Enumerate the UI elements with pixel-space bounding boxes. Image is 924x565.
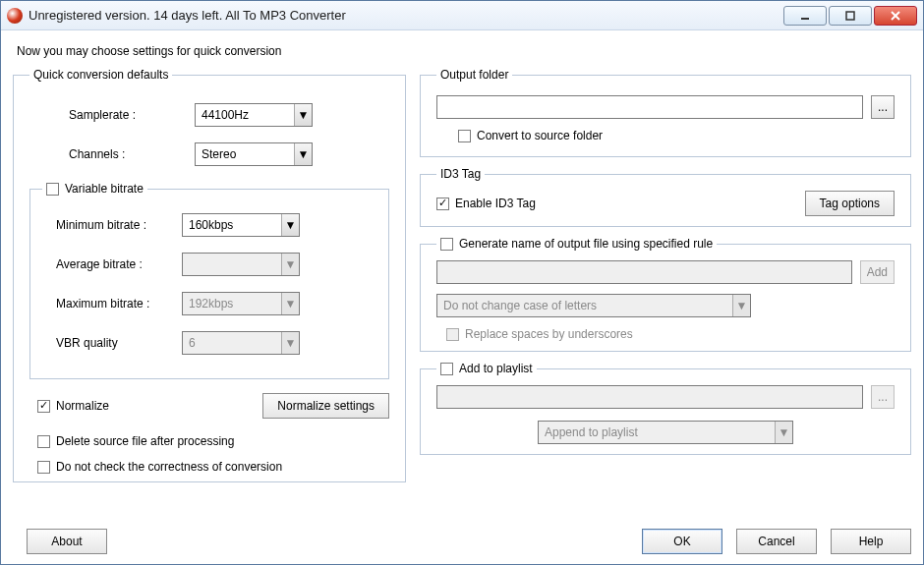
help-button[interactable]: Help	[831, 529, 911, 554]
no-check-label: Do not check the correctness of conversi…	[56, 460, 282, 474]
samplerate-select[interactable]: 44100Hz ▼	[195, 103, 313, 127]
channels-value: Stereo	[196, 147, 294, 161]
convert-source-label: Convert to source folder	[477, 129, 603, 142]
enable-id3-label: Enable ID3 Tag	[455, 197, 536, 210]
min-bitrate-value: 160kbps	[183, 218, 281, 232]
chevron-down-icon: ▼	[294, 104, 312, 126]
checkbox-icon	[440, 238, 453, 251]
min-bitrate-label: Minimum bitrate :	[56, 218, 182, 232]
cancel-button[interactable]: Cancel	[736, 529, 817, 554]
add-to-playlist-checkbox[interactable]: Add to playlist	[440, 362, 533, 375]
vbr-quality-value: 6	[183, 336, 281, 350]
generate-name-legend: Generate name of output file using speci…	[436, 237, 717, 251]
checkbox-icon	[446, 328, 459, 341]
add-to-playlist-label: Add to playlist	[459, 362, 533, 375]
output-folder-legend: Output folder	[436, 68, 512, 82]
variable-bitrate-legend: Variable bitrate	[42, 182, 147, 196]
chevron-down-icon: ▼	[281, 293, 299, 314]
chevron-down-icon: ▼	[732, 295, 750, 316]
ok-button[interactable]: OK	[642, 529, 722, 554]
channels-select[interactable]: Stereo ▼	[195, 142, 313, 166]
min-bitrate-select[interactable]: 160kbps ▼	[182, 213, 300, 237]
normalize-checkbox[interactable]: Normalize	[37, 399, 109, 413]
generate-case-value: Do not change case of letters	[437, 299, 732, 312]
window-title: Unregistered version. 14 days left. All …	[29, 8, 783, 23]
generate-name-group: Generate name of output file using speci…	[420, 237, 911, 352]
titlebar: Unregistered version. 14 days left. All …	[1, 1, 923, 30]
channels-label: Channels :	[69, 147, 195, 161]
playlist-mode-select: Append to playlist ▼	[538, 421, 793, 444]
svg-rect-1	[846, 12, 854, 20]
checkbox-icon	[46, 183, 59, 196]
normalize-label: Normalize	[56, 399, 109, 413]
generate-name-label: Generate name of output file using speci…	[459, 237, 713, 251]
normalize-settings-button[interactable]: Normalize settings	[262, 393, 389, 419]
enable-id3-checkbox[interactable]: Enable ID3 Tag	[436, 197, 536, 210]
vbr-quality-select: 6 ▼	[182, 331, 300, 355]
add-to-playlist-legend: Add to playlist	[436, 362, 537, 375]
delete-source-label: Delete source file after processing	[56, 434, 234, 448]
avg-bitrate-label: Average bitrate :	[56, 257, 182, 271]
samplerate-value: 44100Hz	[196, 108, 294, 122]
chevron-down-icon: ▼	[281, 214, 299, 236]
quick-defaults-group: Quick conversion defaults Samplerate : 4…	[13, 68, 406, 482]
variable-bitrate-label: Variable bitrate	[65, 182, 144, 196]
output-folder-group: Output folder ... Convert to source fold…	[420, 68, 911, 157]
replace-spaces-label: Replace spaces by underscores	[465, 327, 633, 341]
checkbox-icon	[458, 130, 471, 142]
maximize-button[interactable]	[829, 6, 872, 26]
playlist-browse-button: ...	[871, 385, 895, 409]
checkbox-icon	[436, 198, 449, 210]
playlist-mode-value: Append to playlist	[539, 425, 775, 439]
vbr-quality-label: VBR quality	[56, 336, 182, 350]
chevron-down-icon: ▼	[294, 143, 312, 165]
chevron-down-icon: ▼	[281, 332, 299, 354]
avg-bitrate-select: ▼	[182, 253, 300, 276]
add-to-playlist-group: Add to playlist ... Append to playlist ▼	[420, 362, 911, 455]
checkbox-icon	[440, 363, 453, 375]
convert-source-checkbox[interactable]: Convert to source folder	[458, 129, 895, 142]
generate-name-input	[436, 260, 852, 284]
checkbox-icon	[37, 435, 50, 448]
checkbox-icon	[37, 461, 50, 474]
max-bitrate-label: Maximum bitrate :	[56, 297, 182, 311]
playlist-input	[436, 385, 863, 409]
generate-name-checkbox[interactable]: Generate name of output file using speci…	[440, 237, 713, 251]
generate-name-add-button: Add	[860, 260, 895, 284]
close-button[interactable]	[874, 6, 917, 26]
intro-text: Now you may choose settings for quick co…	[17, 44, 907, 58]
delete-source-checkbox[interactable]: Delete source file after processing	[37, 434, 234, 448]
no-check-checkbox[interactable]: Do not check the correctness of conversi…	[37, 460, 282, 474]
minimize-button[interactable]	[783, 6, 827, 26]
output-folder-browse-button[interactable]: ...	[871, 95, 895, 119]
generate-case-select: Do not change case of letters ▼	[436, 294, 751, 317]
samplerate-label: Samplerate :	[69, 108, 195, 122]
chevron-down-icon: ▼	[281, 254, 299, 275]
replace-spaces-checkbox: Replace spaces by underscores	[446, 327, 895, 341]
chevron-down-icon: ▼	[775, 422, 792, 443]
variable-bitrate-group: Variable bitrate Minimum bitrate : 160kb…	[29, 182, 389, 379]
about-button[interactable]: About	[27, 529, 107, 554]
id3-tag-legend: ID3 Tag	[436, 167, 485, 181]
app-icon	[7, 8, 23, 24]
max-bitrate-select: 192kbps ▼	[182, 292, 300, 315]
checkbox-icon	[37, 400, 50, 413]
variable-bitrate-checkbox[interactable]: Variable bitrate	[46, 182, 144, 196]
output-folder-input[interactable]	[436, 95, 863, 119]
max-bitrate-value: 192kbps	[183, 297, 281, 311]
tag-options-button[interactable]: Tag options	[805, 191, 895, 216]
quick-defaults-legend: Quick conversion defaults	[29, 68, 172, 82]
id3-tag-group: ID3 Tag Enable ID3 Tag Tag options	[420, 167, 911, 227]
